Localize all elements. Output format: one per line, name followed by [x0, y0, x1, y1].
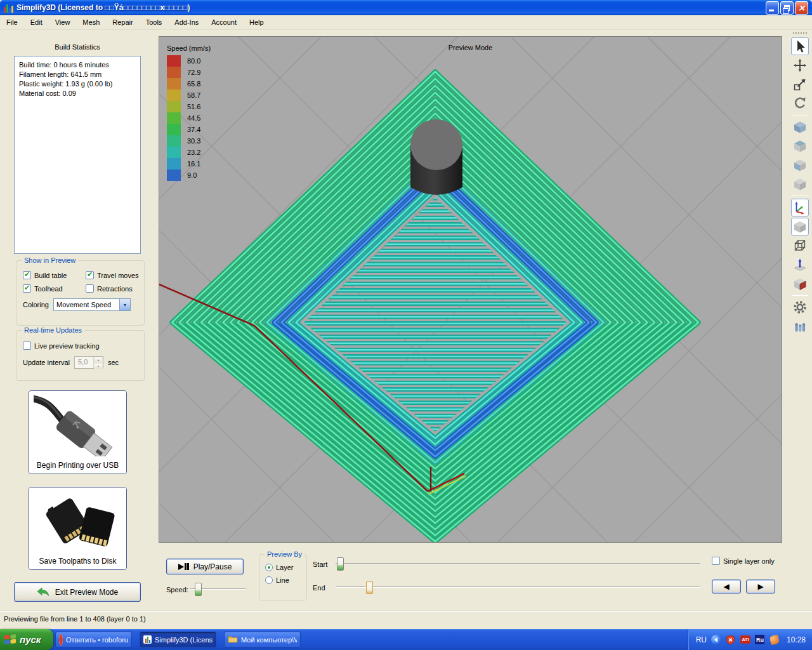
default-view-cube-icon[interactable]: [791, 218, 809, 235]
end-slider-thumb[interactable]: [366, 581, 373, 594]
save-toolpaths-button[interactable]: Save Toolpaths to Disk: [29, 487, 127, 570]
ati-icon[interactable]: ATI: [740, 635, 750, 645]
end-label: End: [313, 584, 336, 592]
taskbar-button-label: Ответить • roboforu...: [66, 636, 128, 644]
checkbox-label: Travel moves: [97, 272, 139, 279]
checkbox-icon[interactable]: [712, 557, 720, 565]
begin-printing-usb-button[interactable]: Begin Printing over USB: [29, 390, 127, 474]
view-cube-front-icon[interactable]: [791, 156, 809, 174]
legend-entry: 72.9: [167, 67, 211, 78]
menu-item-addins[interactable]: Add-Ins: [168, 15, 205, 29]
legend-entry: 37.4: [167, 124, 211, 135]
build-statistic-line: Material cost: 0.09: [19, 89, 136, 98]
single-layer-only-label: Single layer only: [723, 557, 775, 565]
next-layer-button[interactable]: ▶: [746, 580, 775, 594]
start-slider[interactable]: [336, 557, 700, 571]
downloader-icon[interactable]: [769, 635, 780, 645]
single-layer-only-checkbox[interactable]: Single layer only: [712, 557, 775, 565]
taskbar-button[interactable]: Ответить • roboforu...: [55, 632, 132, 647]
checkbox-icon[interactable]: [86, 271, 94, 279]
menu-item-tools[interactable]: Tools: [140, 15, 169, 29]
view-cube-iso-icon[interactable]: [791, 118, 809, 136]
title-bar[interactable]: Simplify3D (Licensed to □□Ÿá□□□□□□□□x□□□…: [0, 0, 812, 15]
status-text: Previewing file from line 1 to 408 (laye…: [4, 615, 146, 623]
previous-layer-button[interactable]: ◀: [712, 580, 741, 594]
checkbox-icon[interactable]: [86, 284, 94, 293]
legend-value: 23.2: [181, 149, 200, 156]
speed-slider-thumb[interactable]: [195, 583, 202, 596]
preview-by-line-radio[interactable]: Line: [265, 576, 306, 584]
build-statistics-title: Build Statistics: [5, 38, 150, 51]
menu-item-view[interactable]: View: [49, 15, 77, 29]
radio-icon[interactable]: [265, 576, 273, 584]
checkbox-icon[interactable]: [23, 342, 31, 350]
preview-by-layer-radio[interactable]: Layer: [265, 564, 306, 571]
menu-item-account[interactable]: Account: [205, 15, 243, 29]
legend-color-swatch: [167, 158, 181, 169]
start-button-label: пуск: [20, 634, 41, 645]
legend-entry: 30.3: [167, 135, 211, 147]
play-pause-button[interactable]: Play/Pause: [166, 559, 244, 574]
retractions-checkbox[interactable]: Retractions: [86, 284, 149, 293]
end-slider[interactable]: [336, 581, 700, 594]
minimize-button[interactable]: [766, 1, 779, 15]
select-tool-icon[interactable]: [791, 37, 809, 55]
radio-label: Line: [276, 576, 289, 584]
punto-switcher-ru-icon[interactable]: Ru: [755, 635, 765, 645]
preview-viewport[interactable]: Speed (mm/s) 80.072.965.858.751.644.537.…: [159, 36, 782, 543]
coloring-select[interactable]: Movement Speed ▼: [53, 298, 131, 311]
preview-by-group: Preview By LayerLine: [259, 554, 307, 600]
speed-slider[interactable]: [190, 583, 246, 596]
build-table-checkbox[interactable]: Build table: [23, 271, 83, 279]
menu-item-help[interactable]: Help: [243, 15, 270, 29]
left-panel: Build Statistics Build time: 0 hours 6 m…: [5, 38, 150, 607]
scale-tool-icon[interactable]: [791, 76, 809, 93]
radio-label: Layer: [276, 564, 294, 571]
radio-icon[interactable]: [265, 564, 273, 571]
start-button[interactable]: пуск: [0, 629, 53, 650]
travel-moves-checkbox[interactable]: Travel moves: [86, 271, 149, 279]
taskbar-button[interactable]: Simplify3D (Licensed t...: [140, 632, 216, 647]
update-interval-value: 5,0: [75, 357, 93, 368]
spin-up-icon[interactable]: ▲: [94, 357, 103, 363]
cross-section-tool-icon[interactable]: [791, 275, 809, 293]
wireframe-view-icon[interactable]: [791, 237, 809, 255]
machine-control-gear-icon[interactable]: [791, 298, 809, 316]
checkbox-icon[interactable]: [23, 284, 31, 293]
start-slider-thumb[interactable]: [337, 557, 344, 571]
spin-down-icon[interactable]: ▼: [94, 363, 103, 369]
coordinate-axes-tool-icon[interactable]: [791, 199, 809, 216]
restore-button[interactable]: [780, 1, 794, 15]
chevron-down-icon[interactable]: ▼: [119, 299, 130, 310]
hide-icons-chevron[interactable]: [711, 635, 721, 645]
menu-item-file[interactable]: File: [0, 15, 24, 29]
live-preview-tracking-checkbox[interactable]: Live preview tracking: [23, 342, 144, 350]
menu-item-edit[interactable]: Edit: [24, 15, 49, 29]
show-in-preview-group: Show in Preview Build tableTravel movesT…: [16, 260, 145, 326]
build-statistic-line: Build time: 0 hours 6 minutes: [19, 60, 136, 70]
menu-item-repair[interactable]: Repair: [106, 15, 139, 29]
antivirus-shield-icon[interactable]: [726, 635, 736, 645]
next-arrow-icon: ▶: [757, 582, 763, 591]
playback-controls: Play/Pause Speed: Preview By LayerLine S…: [159, 549, 782, 611]
move-tool-icon[interactable]: [791, 56, 809, 74]
preview-by-title: Preview By: [265, 550, 304, 558]
taskbar-button[interactable]: Мой компьютер\VIB...: [224, 632, 301, 647]
rotate-tool-icon[interactable]: [791, 95, 809, 112]
play-pause-label: Play/Pause: [193, 562, 232, 571]
toolpath-preview-scene: [159, 37, 782, 542]
view-cube-plain-icon[interactable]: [791, 175, 809, 193]
checkbox-icon[interactable]: [23, 271, 31, 279]
surface-normals-view-icon[interactable]: [791, 256, 809, 274]
close-button[interactable]: ×: [795, 1, 808, 15]
update-interval-spinner[interactable]: 5,0 ▲▼: [74, 356, 103, 369]
toolbar-grip[interactable]: [792, 32, 808, 34]
legend-entry: 51.6: [167, 101, 211, 112]
view-cube-top-icon[interactable]: [791, 137, 809, 155]
language-indicator[interactable]: RU: [696, 635, 707, 644]
exit-preview-mode-button[interactable]: Exit Preview Mode: [14, 582, 141, 602]
support-structures-tool-icon[interactable]: [791, 317, 809, 335]
toolhead-checkbox[interactable]: Toolhead: [23, 284, 83, 293]
menu-item-mesh[interactable]: Mesh: [76, 15, 106, 29]
window-title: Simplify3D (Licensed to □□Ÿá□□□□□□□□x□□□…: [16, 3, 766, 12]
